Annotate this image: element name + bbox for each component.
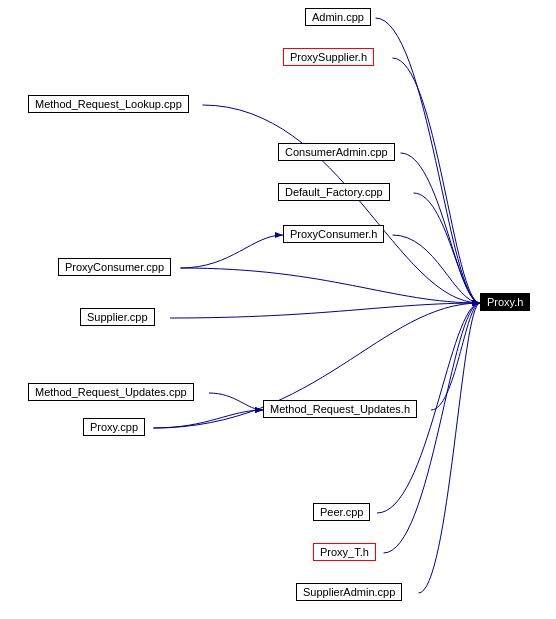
proxysupplier-h: ProxySupplier.h bbox=[283, 48, 374, 66]
proxyconsumer-h: ProxyConsumer.h bbox=[283, 225, 384, 243]
diagram-container: Admin.cppProxySupplier.hMethod_Request_L… bbox=[0, 0, 556, 619]
supplier-cpp: Supplier.cpp bbox=[80, 308, 155, 326]
consumeradmin-cpp: ConsumerAdmin.cpp bbox=[278, 143, 395, 161]
default-factory-cpp: Default_Factory.cpp bbox=[278, 183, 390, 201]
proxy-cpp: Proxy.cpp bbox=[83, 418, 145, 436]
proxy-t-h: Proxy_T.h bbox=[313, 543, 376, 561]
method-request-updates-h: Method_Request_Updates.h bbox=[263, 400, 417, 418]
supplieradmin-cpp: SupplierAdmin.cpp bbox=[296, 583, 402, 601]
peer-cpp: Peer.cpp bbox=[313, 503, 370, 521]
proxyconsumer-cpp: ProxyConsumer.cpp bbox=[58, 258, 171, 276]
method-request-lookup-cpp: Method_Request_Lookup.cpp bbox=[28, 95, 189, 113]
method-request-updates-cpp: Method_Request_Updates.cpp bbox=[28, 383, 194, 401]
admin-cpp: Admin.cpp bbox=[305, 8, 371, 26]
proxy-h: Proxy.h bbox=[480, 293, 530, 311]
